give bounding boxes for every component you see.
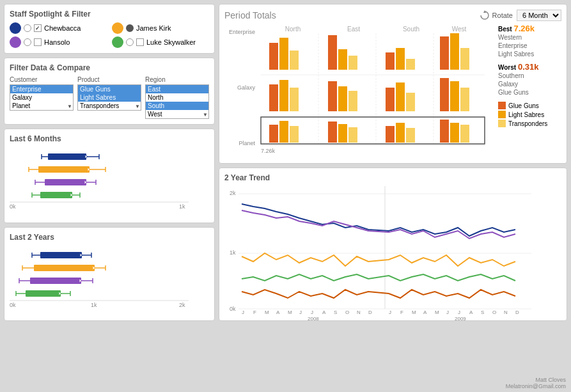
chewbacca-label: Chewbacca (44, 24, 81, 32)
region-item-east[interactable]: East (146, 85, 208, 93)
staff-panel-title: Staff Spotlight & Filter (10, 10, 209, 19)
stat-worst: Worst 0.31k SouthernGalaxyGlue Guns (498, 62, 555, 97)
worst-desc: SouthernGalaxyGlue Guns (498, 72, 555, 97)
svg-text:A: A (322, 310, 326, 315)
product-item-glue-guns[interactable]: Glue Guns (78, 85, 141, 93)
svg-rect-82 (348, 91, 357, 111)
product-filter: Product Glue Guns Light Sabres Transpond… (77, 76, 141, 119)
y-label-planet: Planet (224, 140, 258, 146)
svg-text:7.26k: 7.26k (261, 148, 276, 154)
svg-text:O: O (492, 310, 496, 315)
customer-listbox-arrow: ▼ (67, 104, 72, 109)
svg-rect-34 (34, 265, 95, 271)
region-label: Region (145, 76, 209, 83)
svg-text:M: M (412, 310, 416, 315)
svg-rect-84 (396, 82, 405, 111)
svg-text:J: J (299, 310, 302, 315)
rotate-button[interactable]: Rotate (480, 10, 513, 20)
period-chart-svg: North East South West (258, 24, 494, 158)
rotate-label: Rotate (492, 12, 513, 19)
chewbacca-radio[interactable] (24, 24, 31, 32)
filter-panel: Filter Data & Compare Customer Enterpris… (4, 58, 215, 125)
last6-chart-area: 0k 1k (10, 147, 209, 208)
legend-color-glue-guns (498, 102, 506, 109)
customer-item-galaxy[interactable]: Galaxy (10, 93, 73, 102)
best-value: 7.26k (513, 24, 535, 33)
luke-checkbox[interactable] (136, 38, 144, 46)
region-item-west[interactable]: West (146, 110, 208, 118)
svg-text:J: J (446, 310, 449, 315)
region-item-south[interactable]: South (146, 102, 208, 110)
svg-text:2008: 2008 (308, 316, 319, 322)
svg-marker-21 (70, 193, 73, 197)
legend-color-light-sabres (498, 111, 506, 118)
james-kirk-radio[interactable] (126, 24, 134, 32)
region-listbox-container: East North South West ▼ (145, 84, 209, 119)
product-item-light-sabres[interactable]: Light Sabres (78, 93, 141, 102)
svg-rect-66 (279, 38, 288, 70)
staff-item-chewbacca: Chewbacca (10, 22, 107, 34)
svg-text:A: A (469, 310, 473, 315)
product-label: Product (77, 76, 141, 83)
svg-text:J: J (389, 310, 391, 315)
svg-rect-96 (396, 123, 405, 143)
hansolo-radio[interactable] (24, 38, 31, 46)
last2y-title: Last 2 Years (10, 233, 209, 242)
svg-rect-67 (290, 51, 299, 70)
svg-text:2009: 2009 (455, 316, 466, 322)
svg-text:2k: 2k (179, 302, 185, 308)
svg-rect-65 (269, 43, 278, 70)
luke-radio[interactable] (126, 38, 134, 46)
svg-text:0k: 0k (10, 302, 16, 308)
svg-marker-9 (88, 168, 90, 171)
chewbacca-checkbox[interactable] (34, 24, 42, 32)
svg-rect-7 (38, 166, 90, 173)
svg-rect-97 (406, 128, 415, 143)
period-stats: Best 7.26k WesternEnterpriseLight Sabres… (494, 24, 555, 158)
legend-glue-guns: Glue Guns (498, 102, 555, 109)
svg-rect-70 (348, 56, 357, 70)
worst-label: Worst (498, 64, 516, 71)
last6-panel: Last 6 Months (4, 129, 215, 223)
james-kirk-label: James Kirk (136, 24, 171, 32)
customer-item-enterprise[interactable]: Enterprise (10, 85, 73, 93)
period-header: Period Totals Rotate 6 Month 3 Month (224, 10, 561, 21)
legend-light-sabres: Light Sabres (498, 111, 555, 118)
region-filter: Region East North South West ▼ (145, 76, 209, 119)
svg-rect-86 (440, 78, 449, 111)
svg-rect-79 (290, 88, 299, 111)
product-listbox[interactable]: Glue Guns Light Sabres Transponders (77, 84, 141, 111)
svg-rect-69 (338, 49, 347, 70)
svg-rect-94 (348, 127, 357, 143)
svg-text:1k: 1k (179, 203, 185, 210)
staff-item-hansolo: Hansolo (10, 36, 107, 48)
svg-rect-71 (386, 52, 395, 70)
staff-item-luke: Luke Skywalker (112, 36, 209, 48)
svg-marker-36 (93, 266, 95, 270)
svg-text:A: A (276, 310, 280, 315)
staff-panel: Staff Spotlight & Filter Chewbacca James… (4, 4, 215, 54)
hansolo-label: Hansolo (44, 38, 70, 46)
period-y-labels: Enterprise Galaxy Planet (224, 24, 258, 158)
period-title: Period Totals (224, 10, 276, 20)
customer-filter: Customer Enterprise Galaxy Planet ▼ (10, 76, 74, 119)
svg-rect-80 (328, 81, 337, 111)
customer-item-planet[interactable]: Planet (10, 102, 73, 110)
customer-label: Customer (10, 76, 74, 83)
svg-text:1k: 1k (230, 249, 236, 256)
product-item-transponders[interactable]: Transponders (78, 102, 141, 110)
hansolo-checkbox[interactable] (34, 38, 42, 46)
svg-text:O: O (345, 310, 349, 315)
svg-rect-68 (328, 35, 337, 70)
month-select[interactable]: 6 Month 3 Month 1 Year (517, 10, 561, 21)
svg-rect-99 (450, 123, 459, 143)
svg-marker-15 (84, 180, 87, 184)
best-desc: WesternEnterpriseLight Sabres (498, 33, 555, 58)
region-item-north[interactable]: North (146, 93, 208, 102)
svg-rect-75 (450, 33, 459, 70)
svg-text:South: South (403, 26, 419, 33)
customer-listbox[interactable]: Enterprise Galaxy Planet (10, 84, 74, 111)
period-panel: Period Totals Rotate 6 Month 3 Month (219, 4, 567, 164)
region-listbox[interactable]: East North South West (145, 84, 209, 119)
svg-rect-13 (45, 179, 86, 185)
